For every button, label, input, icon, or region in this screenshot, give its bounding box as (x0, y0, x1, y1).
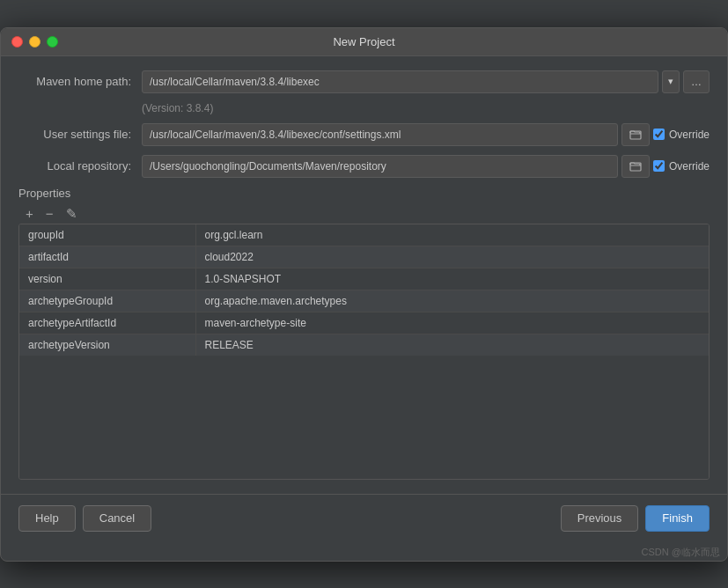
property-key: archetypeGroupId (19, 290, 195, 312)
edit-property-btn[interactable]: ✎ (63, 207, 81, 220)
minimize-window-btn[interactable] (29, 36, 40, 48)
user-settings-input[interactable] (142, 123, 618, 146)
user-settings-input-group: Override (142, 123, 710, 146)
local-repo-row: Local repository: Override (18, 155, 710, 178)
table-row[interactable]: archetypeGroupIdorg.apache.maven.archety… (19, 290, 709, 312)
remove-property-btn[interactable]: − (42, 207, 57, 220)
new-project-dialog: New Project Maven home path: ▾ … (Versio… (0, 27, 728, 562)
property-key: archetypeVersion (19, 334, 195, 356)
property-value: org.apache.maven.archetypes (195, 290, 709, 312)
local-repo-override-checkbox[interactable] (653, 160, 665, 172)
title-bar: New Project (1, 28, 727, 56)
local-repo-input[interactable] (142, 155, 618, 178)
user-settings-browse-btn[interactable] (621, 123, 650, 146)
table-row[interactable]: groupIdorg.gcl.learn (19, 224, 709, 246)
window-controls (11, 36, 58, 48)
properties-empty-area (19, 356, 709, 479)
maven-home-dropdown-btn[interactable]: ▾ (662, 70, 680, 93)
footer-left-buttons: Help Cancel (18, 505, 151, 532)
local-repo-override-label: Override (653, 160, 710, 173)
maven-home-label: Maven home path: (18, 75, 142, 88)
local-repo-browse-btn[interactable] (621, 155, 650, 178)
property-key: archetypeArtifactId (19, 312, 195, 334)
table-row[interactable]: artifactIdcloud2022 (19, 246, 709, 268)
property-key: groupId (19, 224, 195, 246)
property-value: cloud2022 (195, 246, 709, 268)
dialog-footer: Help Cancel Previous Finish (1, 494, 727, 542)
properties-section-label: Properties (18, 187, 710, 200)
property-value: maven-archetype-site (195, 312, 709, 334)
properties-table-wrapper: groupIdorg.gcl.learnartifactIdcloud2022v… (18, 224, 710, 480)
local-repo-label: Local repository: (18, 159, 142, 173)
table-row[interactable]: version1.0-SNAPSHOT (19, 268, 709, 290)
footer-right-buttons: Previous Finish (561, 505, 710, 532)
maven-home-input-group: ▾ … (142, 70, 710, 93)
property-value: 1.0-SNAPSHOT (195, 268, 709, 290)
properties-section: Properties + − ✎ groupIdorg.gcl.learnart… (18, 187, 710, 480)
property-value: org.gcl.learn (195, 224, 709, 246)
table-row[interactable]: archetypeArtifactIdmaven-archetype-site (19, 312, 709, 334)
maven-home-input[interactable] (142, 70, 658, 93)
properties-table: groupIdorg.gcl.learnartifactIdcloud2022v… (19, 224, 709, 356)
property-value: RELEASE (195, 334, 709, 356)
previous-button[interactable]: Previous (561, 505, 639, 532)
cancel-button[interactable]: Cancel (83, 505, 151, 532)
dialog-body: Maven home path: ▾ … (Version: 3.8.4) Us… (1, 56, 727, 494)
dialog-title: New Project (333, 35, 394, 48)
local-repo-input-group: Override (142, 155, 710, 178)
maven-home-row: Maven home path: ▾ … (18, 70, 710, 93)
close-window-btn[interactable] (11, 36, 23, 48)
watermark: CSDN @临水而思 (1, 542, 727, 561)
user-settings-override-label: Override (653, 129, 710, 141)
add-property-btn[interactable]: + (22, 207, 37, 220)
user-settings-override-checkbox[interactable] (653, 129, 665, 140)
table-row[interactable]: archetypeVersionRELEASE (19, 334, 709, 356)
finish-button[interactable]: Finish (645, 505, 710, 532)
maximize-window-btn[interactable] (47, 36, 58, 48)
user-settings-label: User settings file: (18, 128, 142, 141)
help-button[interactable]: Help (18, 505, 76, 532)
property-key: artifactId (19, 246, 195, 268)
property-key: version (19, 268, 195, 290)
user-settings-row: User settings file: Override (18, 123, 710, 146)
maven-home-browse-btn[interactable]: … (683, 70, 710, 93)
properties-toolbar: + − ✎ (18, 207, 710, 220)
maven-version-hint: (Version: 3.8.4) (142, 102, 710, 114)
